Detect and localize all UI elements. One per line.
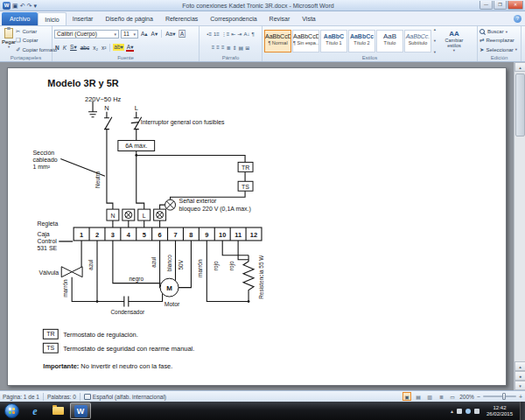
minimize-button[interactable]: — bbox=[480, 1, 493, 10]
save-icon[interactable]: ▣ bbox=[12, 2, 18, 10]
zoom-level[interactable]: 200% bbox=[459, 394, 474, 400]
grow-font-button[interactable]: A▴ bbox=[140, 31, 149, 38]
tab-diseno[interactable]: Diseño de página bbox=[99, 12, 159, 25]
borders-icon[interactable]: ⊞ bbox=[245, 45, 249, 51]
language-indicator[interactable]: Español (alfab. internacional) bbox=[93, 394, 166, 400]
gallery-down-icon[interactable]: ▾ bbox=[434, 38, 436, 43]
align-left-icon[interactable]: ≡ bbox=[212, 45, 215, 50]
style-sin-espaciado[interactable]: AaBbCcDc ¶ Sin espa... bbox=[292, 30, 319, 52]
font-family-dropdown-icon[interactable]: ▾ bbox=[114, 32, 116, 37]
change-styles-button[interactable]: AA Cambiar estilos ▾ bbox=[438, 27, 470, 54]
font-family-combo[interactable]: Calibri (Cuerpo)▾ bbox=[54, 30, 119, 38]
zoom-in-icon[interactable]: + bbox=[519, 394, 522, 400]
align-center-icon[interactable]: ≡ bbox=[216, 45, 220, 50]
tab-insertar[interactable]: Insertar bbox=[66, 12, 100, 25]
svg-text:10: 10 bbox=[219, 231, 226, 239]
zoom-slider[interactable] bbox=[483, 396, 516, 397]
replace-button[interactable]: ⇄Reemplazar bbox=[480, 37, 519, 45]
cut-button[interactable]: ✂Cortar bbox=[16, 28, 57, 36]
taskbar-clock[interactable]: 12:42 26/02/2015 bbox=[486, 405, 513, 417]
draft-view-icon[interactable]: ▭ bbox=[448, 392, 457, 401]
bullets-icon[interactable]: •≡ bbox=[206, 32, 212, 37]
zoom-slider-thumb[interactable] bbox=[502, 393, 506, 400]
style-normal[interactable]: AaBbCcDc ¶ Normal bbox=[264, 30, 291, 52]
maximize-button[interactable]: ❐ bbox=[494, 1, 507, 10]
italic-button[interactable]: K bbox=[62, 45, 67, 51]
motor-m-label: M bbox=[166, 284, 172, 292]
format-painter-button[interactable]: ✐Copiar formato bbox=[16, 46, 57, 53]
fullscreen-view-icon[interactable]: ▤ bbox=[414, 392, 423, 401]
scrollbar-thumb[interactable] bbox=[515, 74, 525, 136]
zoom-out-icon[interactable]: − bbox=[477, 394, 480, 400]
scroll-up-icon[interactable]: ▴ bbox=[514, 62, 525, 72]
style-subtitulo[interactable]: AaBbCc. Subtítulo bbox=[404, 30, 431, 52]
justify-icon[interactable]: ≣ bbox=[226, 45, 230, 51]
underline-button[interactable]: S▾ bbox=[69, 44, 78, 51]
find-button[interactable]: Buscar▾ bbox=[480, 28, 519, 36]
numbering-icon[interactable]: 1≡ bbox=[214, 32, 220, 37]
font-size-combo[interactable]: 11▾ bbox=[121, 30, 138, 38]
tab-referencias[interactable]: Referencias bbox=[159, 12, 204, 25]
increase-indent-icon[interactable]: ⇥ bbox=[237, 31, 242, 37]
svg-text:3: 3 bbox=[111, 231, 115, 239]
motor-label: Motor bbox=[164, 301, 180, 307]
align-right-icon[interactable]: ≡ bbox=[221, 45, 225, 50]
redo-icon[interactable]: ↷ bbox=[27, 2, 32, 10]
change-case-button[interactable]: Aa▾ bbox=[164, 31, 176, 38]
svg-text:6: 6 bbox=[158, 231, 162, 239]
tab-correspondencia[interactable]: Correspondencia bbox=[204, 12, 262, 25]
paste-dropdown-icon[interactable]: ▾ bbox=[8, 45, 10, 49]
show-desktop-button[interactable] bbox=[520, 402, 525, 420]
tab-archivo[interactable]: Archivo bbox=[2, 12, 38, 25]
browse-object-icon[interactable]: ● bbox=[514, 371, 525, 381]
volume-icon[interactable] bbox=[474, 409, 480, 414]
shrink-font-button[interactable]: A▾ bbox=[150, 31, 159, 38]
copy-button[interactable]: ❏Copiar bbox=[16, 37, 57, 45]
multilevel-list-icon[interactable]: ⋮≡ bbox=[221, 31, 230, 37]
strikethrough-button[interactable]: abc bbox=[80, 45, 90, 51]
start-button[interactable] bbox=[4, 403, 19, 418]
subscript-button[interactable]: x₂ bbox=[92, 45, 99, 51]
word-count[interactable]: Palabras: 0 bbox=[47, 394, 76, 400]
style-titulo-2[interactable]: AaBbCc Título 2 bbox=[348, 30, 375, 52]
font-color-button[interactable]: A▾ bbox=[126, 44, 135, 52]
scroll-previous-page-icon[interactable]: ▴ bbox=[514, 361, 525, 371]
style-titulo[interactable]: AaB Título bbox=[376, 30, 403, 52]
tray-expand-icon[interactable]: ▴ bbox=[451, 408, 453, 414]
tray-status-icon[interactable] bbox=[457, 409, 462, 414]
bold-button[interactable]: N bbox=[54, 45, 60, 51]
text-highlight-button[interactable]: ab▾ bbox=[113, 44, 124, 51]
document-area[interactable]: 1 2 3 4 5 6 7 8 9 10 11 12 Modelo 3R y 5… bbox=[0, 62, 525, 390]
undo-icon[interactable]: ↶ bbox=[20, 2, 25, 10]
gallery-up-icon[interactable]: ▴ bbox=[434, 27, 436, 32]
tab-inicio[interactable]: Inicio bbox=[38, 12, 66, 25]
web-layout-view-icon[interactable]: ▥ bbox=[425, 392, 434, 401]
decrease-indent-icon[interactable]: ⇤ bbox=[231, 31, 235, 37]
close-button[interactable]: ✕ bbox=[508, 1, 523, 10]
tab-vista[interactable]: Vista bbox=[296, 12, 321, 25]
paste-button[interactable]: Pegar ▾ bbox=[2, 27, 16, 54]
style-titulo-1[interactable]: AaBbC Título 1 bbox=[320, 30, 347, 52]
taskbar-explorer[interactable] bbox=[47, 402, 68, 419]
pilcrow-icon[interactable]: ¶ bbox=[251, 32, 254, 37]
select-button[interactable]: ➤Seleccionar▾ bbox=[480, 46, 519, 53]
superscript-button[interactable]: x² bbox=[101, 45, 107, 51]
network-icon[interactable] bbox=[466, 409, 471, 414]
shading-icon[interactable]: ▤ bbox=[238, 45, 243, 51]
tab-revisar[interactable]: Revisar bbox=[263, 12, 297, 25]
taskbar-internet-explorer[interactable]: e bbox=[24, 402, 46, 419]
line-spacing-icon[interactable]: ⇕ bbox=[232, 45, 236, 51]
help-icon[interactable]: ? bbox=[514, 15, 522, 23]
change-styles-dropdown-icon[interactable]: ▾ bbox=[453, 48, 455, 52]
page-indicator[interactable]: Página: 1 de 1 bbox=[3, 394, 39, 400]
font-size-dropdown-icon[interactable]: ▾ bbox=[133, 32, 136, 37]
clear-formatting-button[interactable]: 🄰 bbox=[178, 31, 186, 38]
vertical-scrollbar[interactable]: ▴ ▴ ● ▾ bbox=[514, 62, 525, 390]
wire-azul-1: azul bbox=[88, 260, 94, 270]
word-app-icon[interactable]: W bbox=[3, 2, 10, 10]
outline-view-icon[interactable]: ≣ bbox=[437, 392, 445, 401]
sort-icon[interactable]: A↓ bbox=[243, 32, 249, 37]
print-layout-view-icon[interactable]: ▣ bbox=[402, 392, 411, 401]
scroll-down-icon[interactable]: ▾ bbox=[514, 381, 525, 390]
taskbar-word[interactable]: W bbox=[70, 402, 91, 419]
